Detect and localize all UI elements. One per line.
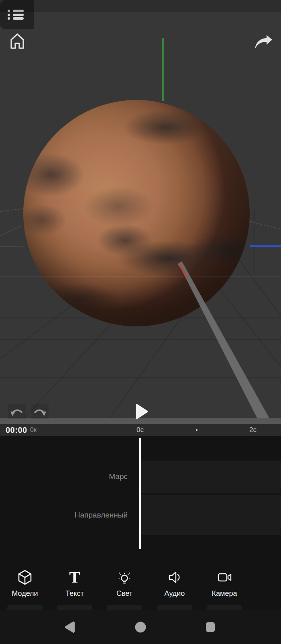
redo-button[interactable] (31, 404, 49, 419)
ruler-tick-dot: • (195, 424, 198, 436)
ruler-tick-0s: 0с (136, 424, 144, 436)
text-icon: T (67, 569, 82, 585)
play-button[interactable] (132, 402, 150, 421)
tool-tray (57, 605, 92, 610)
toolbar-item-text[interactable]: T Текст (57, 569, 92, 598)
home-button[interactable] (8, 31, 26, 51)
home-icon (10, 33, 25, 50)
light-icon (117, 569, 132, 585)
track-label-mars[interactable]: Марс (109, 472, 128, 481)
app-screen: 00:00 0к 0с • 2с Марс Направленный Модел… (0, 0, 281, 644)
mars-planet-model[interactable] (23, 100, 250, 326)
toolbar-label: Свет (116, 589, 132, 598)
tool-tray (107, 605, 142, 610)
toolbar-item-camera[interactable]: Камера (207, 569, 242, 598)
current-time: 00:00 (6, 424, 27, 436)
share-button[interactable] (252, 32, 275, 52)
redo-icon (33, 406, 47, 417)
toolbar-item-models[interactable]: Модели (7, 569, 43, 598)
ruler-tick-2s: 2с (249, 424, 257, 436)
nav-recents-button[interactable] (194, 610, 226, 644)
back-icon (65, 621, 75, 633)
undo-button[interactable] (8, 404, 26, 419)
playhead[interactable] (139, 438, 141, 560)
timeline-ruler[interactable]: 00:00 0к 0с • 2с (0, 424, 281, 436)
tool-tray (157, 605, 192, 610)
audio-icon (167, 569, 182, 585)
nav-back-button[interactable] (54, 610, 86, 644)
tool-tray (7, 605, 43, 610)
recents-icon (206, 622, 215, 632)
toolbar-label: Камера (212, 589, 237, 598)
android-navbar (0, 610, 281, 644)
svg-text:T: T (69, 569, 80, 585)
track-clip-light[interactable] (141, 495, 281, 535)
status-bar-dim (0, 0, 281, 12)
track-clip-mars[interactable] (141, 461, 281, 493)
camera-icon (217, 569, 232, 585)
share-icon (254, 34, 273, 50)
toolbar-item-audio[interactable]: Аудио (157, 569, 192, 598)
bottom-toolbar: Модели T Текст Свет Аудио (0, 549, 281, 610)
toolbar-item-light[interactable]: Свет (107, 569, 142, 598)
current-frame: 0к (30, 424, 37, 436)
nav-home-icon (134, 621, 147, 633)
cube-icon (18, 569, 32, 585)
toolbar-label: Текст (65, 589, 83, 598)
3d-viewport[interactable] (0, 0, 281, 424)
play-icon (134, 404, 148, 420)
undo-icon (10, 406, 24, 417)
track-label-directional[interactable]: Направленный (75, 511, 128, 520)
nav-home-button[interactable] (124, 610, 157, 644)
toolbar-label: Аудио (165, 589, 185, 598)
toolbar-label: Модели (12, 589, 38, 598)
tool-tray (207, 605, 242, 610)
